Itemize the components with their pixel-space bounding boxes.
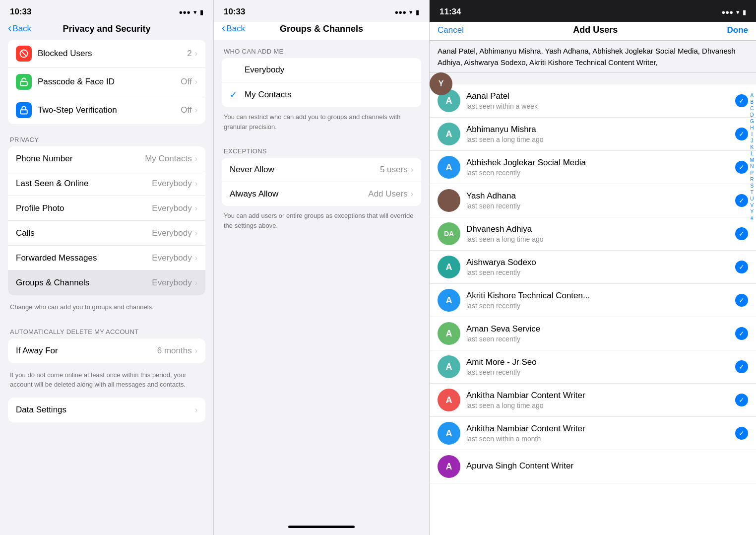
avatar-amit: A [438, 355, 460, 378]
groups-channels-label: Groups & Channels [16, 278, 152, 288]
status-icons-3: ●●● ▾ ▮ [721, 8, 746, 16]
alpha-v[interactable]: V [750, 202, 754, 208]
selected-users-bar: Aanal Patel, Abhimanyu Mishra, Yash Adha… [430, 41, 756, 72]
alpha-index[interactable]: A B C D G H I J K L M N P R S T U V Y # [750, 92, 754, 221]
status-time-2: 10:33 [224, 7, 245, 17]
contacts-scroll[interactable]: A A Aanal Patel last seen within a week … [430, 72, 756, 535]
status-bar-1: 10:33 ●●● ▾ ▮ [0, 0, 213, 22]
contact-info-apurva: Apurva Singh Content Writer [466, 461, 748, 472]
if-away-for-item[interactable]: If Away For 6 months › [8, 338, 205, 363]
avatar-aman: A [438, 322, 460, 345]
groups-channels-item[interactable]: Groups & Channels Everybody › [8, 270, 205, 295]
check-dhvanesh: ✓ [735, 227, 748, 240]
alpha-c[interactable]: C [750, 105, 754, 112]
contact-row[interactable]: A Amit More - Jr Seo last seen recently … [430, 350, 756, 384]
alpha-h[interactable]: H [750, 125, 754, 131]
nav-title-1: Privacy and Security [63, 24, 150, 34]
contact-name-aman: Aman Seva Service [466, 324, 735, 334]
passcode-value: Off [181, 77, 191, 87]
blocked-users-item[interactable]: Blocked Users 2 › [8, 40, 205, 68]
contact-row[interactable]: A Aman Seva Service last seen recently ✓ [430, 317, 756, 350]
panel-groups-channels: 10:33 ●●● ▾ ▮ ‹ Back Groups & Channels W… [213, 0, 429, 535]
everybody-option[interactable]: Everybody [222, 58, 421, 82]
back-button-1[interactable]: ‹ Back [8, 24, 31, 34]
my-contacts-label: My Contacts [245, 90, 291, 100]
avatar-ankitha2: A [438, 422, 460, 445]
phone-number-label: Phone Number [16, 154, 145, 164]
alpha-n[interactable]: N [750, 163, 754, 170]
alpha-d[interactable]: D [750, 112, 754, 118]
add-users-title: Add Users [464, 25, 727, 35]
always-allow-chevron-icon: › [411, 190, 413, 199]
passcode-item[interactable]: Passcode & Face ID Off › [8, 68, 205, 96]
done-button[interactable]: Done [727, 25, 749, 35]
alpha-y[interactable]: Y [750, 208, 754, 215]
signal-icon-2: ●●● [394, 8, 406, 16]
alpha-m[interactable]: M [750, 157, 754, 163]
back-button-2[interactable]: ‹ Back [222, 24, 245, 34]
phone-number-value: My Contacts [145, 154, 191, 164]
my-contacts-option[interactable]: ✓ My Contacts [222, 82, 421, 107]
panel-privacy-security: 10:33 ●●● ▾ ▮ ‹ Back Privacy and Securit… [0, 0, 213, 535]
contact-row[interactable]: A Aanal Patel last seen within a week ✓ [430, 84, 756, 118]
privacy-settings-list: Phone Number My Contacts › Last Seen & O… [8, 146, 205, 295]
contact-row[interactable]: A Abhishek Joglekar Social Media last se… [430, 151, 756, 184]
contact-name-dhvanesh: Dhvanesh Adhiya [466, 224, 735, 234]
contact-row[interactable]: A Akriti Kishore Technical Conten... las… [430, 284, 756, 317]
always-allow-item[interactable]: Always Allow Add Users › [222, 182, 421, 206]
cancel-button[interactable]: Cancel [438, 25, 464, 35]
contact-name-abhishek: Abhishek Joglekar Social Media [466, 158, 735, 168]
nav-bar-2: ‹ Back Groups & Channels [214, 22, 429, 40]
svg-line-1 [21, 51, 27, 57]
contact-status-abhishek: last seen recently [466, 169, 735, 177]
nav-bar-3: Cancel Add Users Done [430, 22, 756, 41]
last-seen-item[interactable]: Last Seen & Online Everybody › [8, 171, 205, 196]
contact-name-ankitha1: Ankitha Nambiar Content Writer [466, 391, 735, 401]
groups-channels-chevron-icon: › [195, 278, 197, 287]
alpha-section-a: A [430, 72, 756, 84]
forwarded-messages-item[interactable]: Forwarded Messages Everybody › [8, 246, 205, 270]
check-ankitha2: ✓ [735, 427, 748, 440]
alpha-hash[interactable]: # [750, 215, 754, 221]
data-settings-item[interactable]: Data Settings › [8, 398, 205, 422]
two-step-chevron-icon: › [195, 106, 197, 115]
alpha-p[interactable]: P [750, 170, 754, 176]
alpha-a[interactable]: A [750, 92, 754, 99]
alpha-k[interactable]: K [750, 144, 754, 150]
never-allow-item[interactable]: Never Allow 5 users › [222, 158, 421, 182]
blocked-icon [16, 46, 32, 62]
contact-row[interactable]: DA Dhvanesh Adhiya last seen a long time… [430, 217, 756, 251]
alpha-l[interactable]: L [750, 150, 754, 157]
alpha-b[interactable]: B [750, 99, 754, 105]
alpha-i[interactable]: I [750, 131, 754, 137]
contact-info-aishwarya: Aishwarya Sodexo last seen recently [466, 258, 735, 276]
profile-photo-item[interactable]: Profile Photo Everybody › [8, 196, 205, 221]
alpha-j[interactable]: J [750, 137, 754, 144]
check-amit: ✓ [735, 360, 748, 373]
profile-photo-value: Everybody [152, 203, 191, 213]
phone-number-item[interactable]: Phone Number My Contacts › [8, 146, 205, 171]
alpha-g[interactable]: G [750, 118, 754, 125]
alpha-r[interactable]: R [750, 176, 754, 183]
contact-row[interactable]: A Aishwarya Sodexo last seen recently ✓ [430, 251, 756, 284]
contact-info-akriti: Akriti Kishore Technical Conten... last … [466, 291, 735, 310]
two-step-item[interactable]: Two-Step Verification Off › [8, 96, 205, 124]
contact-row[interactable]: A Apurva Singh Content Writer [430, 450, 756, 483]
contact-info-abhimanyu: Abhimanyu Mishra last seen a long time a… [466, 125, 735, 143]
contact-row[interactable]: A Abhimanyu Mishra last seen a long time… [430, 118, 756, 151]
alpha-u[interactable]: U [750, 196, 754, 202]
alpha-t[interactable]: T [750, 189, 754, 196]
everybody-label: Everybody [245, 65, 284, 75]
contact-row[interactable]: Y Yash Adhana last seen recently ✓ [430, 184, 756, 217]
forwarded-chevron-icon: › [195, 254, 197, 263]
battery-icon-2: ▮ [416, 8, 419, 16]
contact-row[interactable]: A Ankitha Nambiar Content Writer last se… [430, 384, 756, 417]
contact-row[interactable]: A Ankitha Nambiar Content Writer last se… [430, 417, 756, 450]
home-bar-2 [288, 526, 355, 528]
alpha-s[interactable]: S [750, 183, 754, 189]
my-contacts-check-icon: ✓ [230, 89, 240, 100]
never-allow-value: 5 users [380, 165, 408, 175]
avatar-apurva: A [438, 455, 460, 478]
calls-item[interactable]: Calls Everybody › [8, 221, 205, 246]
signal-icon-3: ●●● [721, 8, 733, 16]
